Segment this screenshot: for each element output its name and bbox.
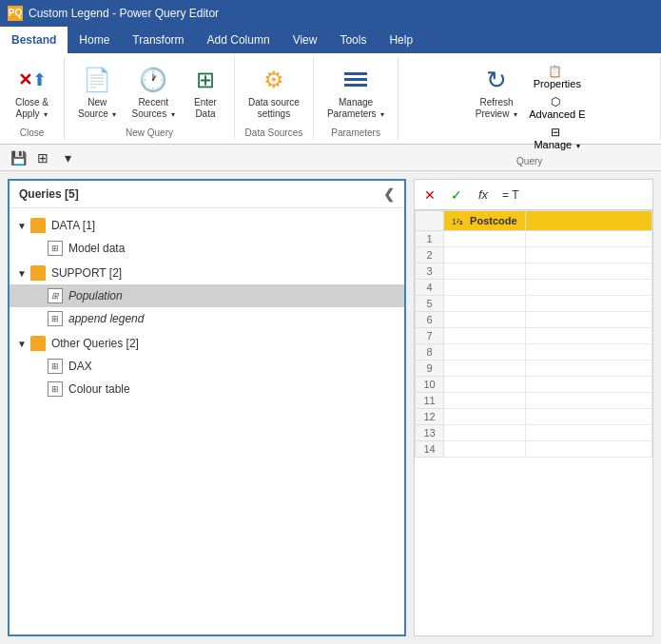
manage-parameters-button[interactable]: ManageParameters ▾ [321, 61, 390, 124]
new-source-button[interactable]: 📄 NewSource ▾ [72, 61, 122, 124]
table-icon-append-legend: ⊞ [48, 311, 63, 326]
cell-empty [525, 425, 651, 441]
table-row[interactable]: 7 [416, 328, 652, 344]
tree-item-colour-table[interactable]: ⊞ Colour table [10, 378, 404, 400]
menu-help[interactable]: Help [378, 27, 424, 53]
table-row[interactable]: 12 [416, 409, 652, 425]
table-row[interactable]: 14 [416, 441, 652, 458]
grid-header-postcode[interactable]: 1²₃ Postcode [444, 211, 526, 231]
advanced-editor-button[interactable]: ⬡ Advanced E [525, 93, 589, 122]
manage-parameters-label: ManageParameters ▾ [327, 97, 384, 120]
menu-add-column[interactable]: Add Column [196, 27, 282, 53]
grid-button[interactable]: ⊞ [32, 147, 53, 168]
queries-panel-title: Queries [5] [19, 187, 79, 201]
cell-postcode [444, 296, 526, 312]
refresh-preview-button[interactable]: ↻ RefreshPreview ▾ [470, 61, 523, 124]
row-number: 14 [416, 441, 444, 458]
menu-transform[interactable]: Transform [121, 27, 195, 53]
cell-empty [525, 247, 651, 263]
table-row[interactable]: 1 [416, 231, 652, 247]
cell-empty [525, 231, 651, 247]
formula-input[interactable] [498, 188, 649, 202]
formula-cancel-button[interactable]: ✕ [418, 184, 441, 206]
cell-postcode [444, 280, 526, 296]
row-number: 13 [416, 425, 444, 441]
table-icon-model-data: ⊞ [48, 241, 63, 256]
tree-item-colour-table-label: Colour table [68, 382, 130, 396]
cell-postcode [444, 409, 526, 425]
cell-postcode [444, 441, 526, 458]
properties-label: Properties [534, 78, 581, 89]
enter-data-label: EnterData [194, 97, 217, 120]
formula-bar: ✕ ✓ fx [415, 180, 652, 210]
queries-panel-collapse[interactable]: ❮ [383, 186, 395, 202]
quick-access-dropdown[interactable]: ▾ [57, 147, 78, 168]
formula-fx-button[interactable]: fx [472, 184, 495, 206]
tree-item-append-legend[interactable]: ⊞ append legend [10, 307, 404, 330]
tree-group-support-header[interactable]: ▼ SUPPORT [2] [10, 262, 404, 284]
ribbon-group-data-sources-label: Data Sources [245, 124, 303, 138]
table-row[interactable]: 4 [416, 280, 652, 296]
tree-item-population-label: Population [68, 289, 123, 302]
properties-button[interactable]: 📋 Properties [525, 63, 589, 91]
data-source-settings-button[interactable]: ⚙ Data sourcesettings [243, 61, 305, 124]
row-number: 8 [416, 344, 444, 361]
table-row[interactable]: 5 [416, 296, 652, 312]
cell-empty [525, 296, 651, 312]
ribbon-group-parameters-label: Parameters [331, 124, 380, 138]
menu-tools[interactable]: Tools [328, 27, 378, 53]
new-source-label: NewSource ▾ [78, 97, 116, 120]
tree-arrow-data: ▼ [17, 221, 27, 231]
table-row[interactable]: 6 [416, 312, 652, 328]
data-source-settings-icon: ⚙ [259, 65, 289, 95]
save-button[interactable]: 💾 [8, 147, 29, 168]
formula-cancel-icon: ✕ [424, 187, 436, 203]
tree-item-dax-label: DAX [68, 360, 92, 373]
properties-icon: 📋 [548, 65, 562, 78]
enter-data-button[interactable]: ⊞ EnterData [185, 61, 226, 124]
tree-group-support-label: SUPPORT [2] [51, 266, 122, 280]
table-row[interactable]: 11 [416, 393, 652, 409]
row-number: 1 [416, 231, 444, 247]
menu-bar: Bestand Home Transform Add Column View T… [0, 27, 661, 53]
cell-postcode [444, 425, 526, 441]
tree-item-population[interactable]: ⊞ Population [10, 284, 404, 307]
queries-list: ▼ DATA [1] ⊞ Model data ▼ SUPPORT [2] ⊞ [10, 208, 404, 634]
refresh-preview-label: RefreshPreview ▾ [476, 97, 517, 120]
tree-group-other: ▼ Other Queries [2] ⊞ DAX ⊞ Colour table [10, 332, 404, 400]
table-icon-dax: ⊞ [48, 359, 63, 374]
close-apply-button[interactable]: ✕ ⬆ Close &Apply ▾ [8, 61, 56, 124]
table-row[interactable]: 9 [416, 361, 652, 377]
recent-sources-button[interactable]: 🕐 RecentSources ▾ [126, 61, 180, 124]
main-area: Queries [5] ❮ ▼ DATA [1] ⊞ Model data ▼ [0, 171, 661, 644]
advanced-editor-label: Advanced E [529, 108, 585, 120]
tree-arrow-support: ▼ [17, 268, 27, 279]
cell-empty [525, 328, 651, 344]
tree-group-data-label: DATA [1] [51, 219, 95, 232]
table-row[interactable]: 3 [416, 263, 652, 280]
menu-home[interactable]: Home [68, 27, 121, 53]
tree-item-model-data[interactable]: ⊞ Model data [10, 237, 404, 260]
cell-empty [525, 441, 651, 458]
folder-icon-support [30, 265, 46, 281]
manage-button[interactable]: ⊟ Manage ▾ [525, 124, 589, 152]
ribbon-group-parameters: ManageParameters ▾ Parameters [314, 57, 399, 140]
tree-group-other-header[interactable]: ▼ Other Queries [2] [10, 332, 404, 355]
cell-postcode [444, 312, 526, 328]
table-row[interactable]: 10 [416, 377, 652, 393]
tree-item-dax[interactable]: ⊞ DAX [10, 355, 404, 378]
title-bar: PQ Custom Legend - Power Query Editor [0, 0, 661, 27]
menu-bestand[interactable]: Bestand [0, 27, 68, 53]
ribbon-group-query: ↻ RefreshPreview ▾ 📋 Properties ⬡ Advanc… [399, 57, 661, 140]
table-row[interactable]: 13 [416, 425, 652, 441]
table-row[interactable]: 8 [416, 344, 652, 361]
menu-view[interactable]: View [282, 27, 329, 53]
grid-header-empty [525, 211, 651, 231]
ribbon-group-data-sources: ⚙ Data sourcesettings Data Sources [235, 57, 314, 140]
ribbon-group-new-query: 📄 NewSource ▾ 🕐 RecentSources ▾ ⊞ EnterD… [65, 57, 235, 140]
cell-postcode [444, 263, 526, 280]
tree-group-data-header[interactable]: ▼ DATA [1] [10, 214, 404, 237]
table-row[interactable]: 2 [416, 247, 652, 263]
formula-confirm-button[interactable]: ✓ [445, 184, 468, 206]
ribbon-group-new-query-label: New Query [126, 124, 173, 138]
